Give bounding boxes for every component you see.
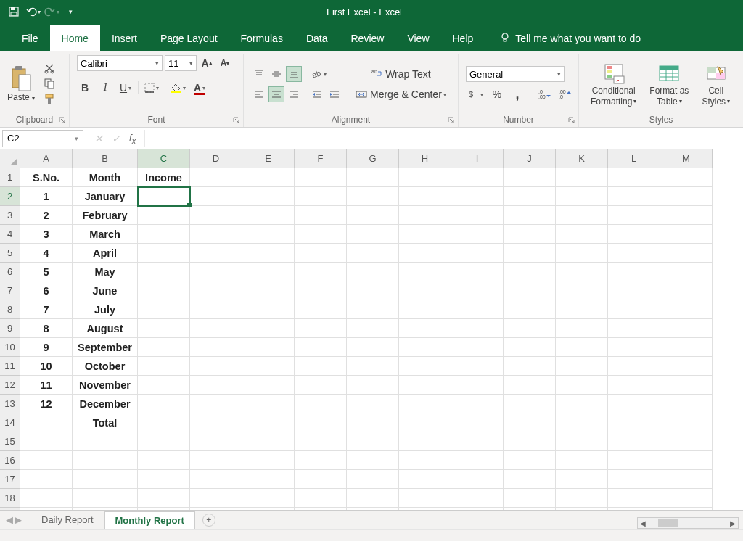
cell[interactable] xyxy=(608,413,660,432)
cell[interactable] xyxy=(190,451,242,470)
cell[interactable]: 12 xyxy=(20,395,73,413)
cell[interactable] xyxy=(347,281,399,300)
cell[interactable] xyxy=(451,300,504,319)
cell[interactable] xyxy=(399,376,451,395)
cell[interactable] xyxy=(73,432,138,451)
cell[interactable] xyxy=(242,489,295,508)
tab-formulas[interactable]: Formulas xyxy=(229,25,295,51)
cell[interactable]: November xyxy=(73,376,138,395)
col-header[interactable]: C xyxy=(138,149,190,168)
cell[interactable] xyxy=(504,263,556,281)
cell[interactable] xyxy=(347,376,399,395)
tab-data[interactable]: Data xyxy=(295,25,340,51)
cell[interactable] xyxy=(295,413,347,432)
cell[interactable] xyxy=(242,432,295,451)
cell[interactable] xyxy=(347,319,399,338)
cell[interactable] xyxy=(556,263,608,281)
cell[interactable]: 10 xyxy=(20,357,73,376)
tab-file[interactable]: File xyxy=(10,25,50,51)
cell[interactable] xyxy=(190,281,242,300)
cell[interactable] xyxy=(190,319,242,338)
cell[interactable] xyxy=(451,319,504,338)
row-header[interactable]: 10 xyxy=(0,338,20,357)
cell[interactable]: September xyxy=(73,338,138,357)
cell[interactable] xyxy=(451,470,504,489)
cell[interactable] xyxy=(660,489,713,508)
cell[interactable] xyxy=(190,187,242,206)
cell[interactable] xyxy=(242,187,295,206)
col-header[interactable]: G xyxy=(347,149,399,168)
comma-format-icon[interactable]: , xyxy=(509,86,525,102)
cell[interactable] xyxy=(504,300,556,319)
cell[interactable]: March xyxy=(73,225,138,244)
cell[interactable] xyxy=(295,338,347,357)
wrap-text-button[interactable]: abWrap Text xyxy=(353,66,449,82)
cell[interactable] xyxy=(399,432,451,451)
row-header[interactable]: 8 xyxy=(0,300,20,319)
dialog-launcher-clipboard[interactable] xyxy=(59,117,66,124)
col-header[interactable]: J xyxy=(504,149,556,168)
cell[interactable]: 8 xyxy=(20,319,73,338)
align-bottom-icon[interactable] xyxy=(286,66,302,82)
cell[interactable] xyxy=(608,300,660,319)
cell[interactable] xyxy=(504,413,556,432)
cell[interactable] xyxy=(347,168,399,187)
cell[interactable] xyxy=(137,186,191,207)
tab-insert[interactable]: Insert xyxy=(100,25,149,51)
cell[interactable] xyxy=(660,395,713,413)
cell[interactable] xyxy=(451,451,504,470)
cell[interactable] xyxy=(660,300,713,319)
row-header[interactable]: 14 xyxy=(0,413,20,432)
bold-button[interactable]: B xyxy=(77,80,93,96)
cell[interactable] xyxy=(347,451,399,470)
cell[interactable] xyxy=(608,225,660,244)
cell[interactable] xyxy=(242,413,295,432)
cell[interactable] xyxy=(20,413,73,432)
cell[interactable] xyxy=(295,244,347,263)
cell[interactable] xyxy=(295,263,347,281)
copy-icon[interactable] xyxy=(44,78,57,91)
cell[interactable] xyxy=(451,489,504,508)
cell[interactable] xyxy=(451,413,504,432)
cell[interactable] xyxy=(504,281,556,300)
cell[interactable] xyxy=(190,489,242,508)
cell[interactable] xyxy=(451,338,504,357)
cell[interactable] xyxy=(347,338,399,357)
cell[interactable] xyxy=(451,432,504,451)
spreadsheet-grid[interactable]: ABCDEFGHIJKLM1S.No.MonthIncome21January3… xyxy=(0,149,743,527)
paste-label[interactable]: Paste ▾ xyxy=(7,92,35,102)
cell-styles-button[interactable]: Cell Styles▾ xyxy=(697,62,734,107)
number-format-select[interactable]: General▾ xyxy=(466,66,565,82)
cell[interactable]: 11 xyxy=(20,376,73,395)
row-header[interactable]: 7 xyxy=(0,281,20,300)
cell[interactable]: October xyxy=(73,357,138,376)
col-header[interactable]: I xyxy=(451,149,504,168)
sheet-nav-prev-icon[interactable]: ◀ xyxy=(6,514,13,525)
cell[interactable] xyxy=(190,432,242,451)
cell[interactable] xyxy=(295,319,347,338)
cell[interactable] xyxy=(138,338,190,357)
cell[interactable] xyxy=(399,338,451,357)
cell[interactable] xyxy=(451,376,504,395)
cell[interactable] xyxy=(295,300,347,319)
cell[interactable] xyxy=(556,357,608,376)
col-header[interactable]: K xyxy=(556,149,608,168)
paste-icon[interactable] xyxy=(10,66,32,92)
tab-page-layout[interactable]: Page Layout xyxy=(149,25,229,51)
cell[interactable] xyxy=(190,376,242,395)
cell[interactable]: April xyxy=(73,244,138,263)
cell[interactable] xyxy=(347,395,399,413)
cell[interactable]: Income xyxy=(138,168,190,187)
col-header[interactable]: H xyxy=(399,149,451,168)
cell[interactable] xyxy=(556,319,608,338)
cell[interactable]: 3 xyxy=(20,225,73,244)
col-header[interactable]: F xyxy=(295,149,347,168)
cell[interactable] xyxy=(399,263,451,281)
cell[interactable] xyxy=(190,470,242,489)
dialog-launcher-number[interactable] xyxy=(568,117,575,124)
cell[interactable]: 6 xyxy=(20,281,73,300)
cell[interactable] xyxy=(138,413,190,432)
row-header[interactable]: 11 xyxy=(0,357,20,376)
row-header[interactable]: 18 xyxy=(0,489,20,508)
name-box[interactable]: C2▾ xyxy=(2,130,83,147)
